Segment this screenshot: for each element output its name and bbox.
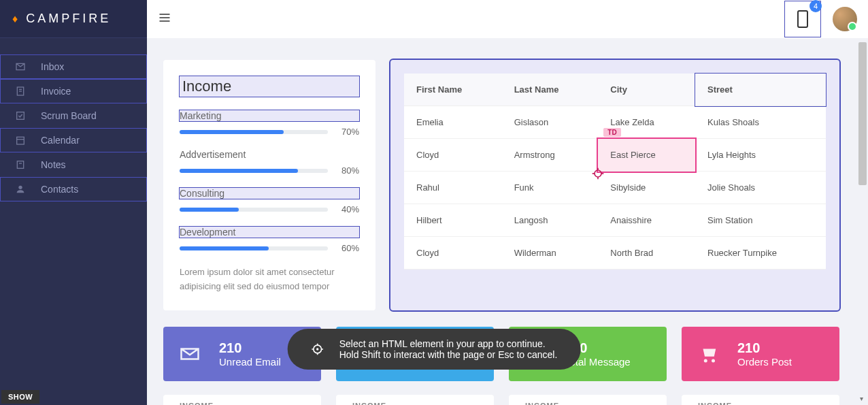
table-card: First Name Last Name City Street Emelia … — [390, 60, 839, 310]
cell: Sibylside — [598, 172, 695, 204]
svg-point-13 — [595, 170, 601, 177]
progress-pct: 40% — [336, 204, 359, 214]
income-box[interactable]: INCOME — [336, 395, 494, 405]
stat-num: 210 — [737, 340, 792, 356]
hamburger-icon — [158, 11, 171, 25]
topbar-right: 4 — [785, 1, 857, 37]
stat-label: Orders Post — [737, 356, 792, 368]
notifications[interactable]: 4 — [785, 1, 820, 37]
scrollbar[interactable] — [858, 42, 867, 185]
svg-rect-6 — [17, 161, 23, 169]
cell: Lyla Heights — [695, 139, 826, 172]
sidebar-item-inbox[interactable]: Inbox — [0, 54, 147, 79]
th-city[interactable]: City — [598, 74, 695, 106]
cell: Ruecker Turnpike — [695, 237, 826, 270]
table-row[interactable]: Cloyd Armstrong TD East Pierce Lyla Heig… — [404, 139, 826, 172]
income-desc: Lorem ipsum dolor sit amet consectetur a… — [180, 265, 359, 294]
progress-label: Development — [180, 227, 359, 238]
progress-label: Addvertisement — [180, 149, 359, 160]
flame-icon: ♦ — [12, 13, 20, 25]
progress-pct: 80% — [336, 165, 359, 176]
contacts-icon — [15, 184, 26, 195]
income-box[interactable]: INCOME — [163, 395, 321, 405]
cell: Cloyd — [404, 237, 502, 270]
nav-label: Invoice — [41, 86, 71, 97]
brand-text: CAMPFIRE — [26, 12, 111, 26]
nav-label: Contacts — [41, 184, 78, 195]
nav: Inbox Invoice Scrum Board Calendar Notes… — [0, 38, 147, 201]
stat-orders-post[interactable]: 210Orders Post — [682, 327, 839, 381]
board-icon — [15, 110, 26, 121]
cell-selected: TD East Pierce — [598, 139, 695, 172]
income-box[interactable]: INCOME — [682, 395, 839, 405]
table-row[interactable]: Cloyd Wilderman North Brad Ruecker Turnp… — [404, 237, 826, 270]
cell: Jolie Shoals — [695, 172, 826, 204]
cell: Anaisshire — [598, 204, 695, 237]
cell: Funk — [502, 172, 599, 204]
show-button[interactable]: SHOW — [1, 390, 39, 404]
progress-development: Development 60% — [180, 227, 359, 253]
svg-rect-3 — [17, 112, 24, 120]
inspector-pointer-icon — [591, 167, 605, 180]
svg-point-8 — [18, 186, 22, 189]
topbar: 4 — [147, 0, 868, 38]
progress-pct: 70% — [336, 127, 359, 137]
sidebar-item-notes[interactable]: Notes — [0, 152, 147, 177]
nav-label: Scrum Board — [41, 110, 97, 121]
progress-consulting: Consulting 40% — [180, 188, 359, 214]
cell: Armstrong — [502, 139, 599, 172]
notif-badge: 4 — [809, 0, 822, 12]
cell: Sim Station — [695, 204, 826, 237]
cell: Rahul — [404, 172, 502, 204]
cell: Emelia — [404, 106, 502, 139]
svg-point-21 — [712, 359, 715, 362]
cell: Kulas Shoals — [695, 106, 826, 139]
stat-num: 210 — [219, 340, 281, 356]
avatar[interactable] — [833, 7, 857, 31]
td-badge: TD — [603, 128, 620, 137]
income-box[interactable]: INCOME — [509, 395, 667, 405]
envelope-icon — [180, 344, 200, 364]
inspector-line1: Select an HTML element in your app to co… — [339, 338, 558, 349]
table-row[interactable]: Hilbert Langosh Anaisshire Sim Station — [404, 204, 826, 237]
sidebar-item-scrum[interactable]: Scrum Board — [0, 103, 147, 128]
progress-label: Marketing — [180, 110, 359, 121]
svg-point-20 — [704, 359, 707, 362]
progress-pct: 60% — [336, 243, 359, 253]
inspector-line2: Hold Shift to interact with the page or … — [339, 349, 558, 360]
svg-rect-4 — [17, 137, 24, 144]
income-card: Income Marketing 70% Addvertisement 80% … — [163, 60, 375, 310]
progress-label: Consulting — [180, 188, 359, 199]
cell: Cloyd — [404, 139, 502, 172]
menu-toggle[interactable] — [158, 11, 171, 27]
table-row[interactable]: Rahul Funk Sibylside Jolie Shoals — [404, 172, 826, 204]
scroll-down-icon[interactable]: ▾ — [856, 393, 867, 404]
mail-icon — [15, 61, 26, 72]
nav-label: Inbox — [41, 61, 64, 72]
target-icon — [311, 342, 324, 356]
notes-icon — [15, 159, 26, 170]
invoice-icon — [15, 86, 26, 97]
svg-point-23 — [317, 349, 318, 350]
svg-rect-12 — [798, 11, 807, 27]
device-icon — [796, 10, 809, 29]
th-firstname[interactable]: First Name — [404, 74, 502, 106]
inspector-toolbar: Select an HTML element in your app to co… — [288, 329, 581, 370]
income-row: INCOME INCOME INCOME INCOME — [163, 395, 839, 405]
sidebar-item-contacts[interactable]: Contacts — [0, 177, 147, 201]
nav-label: Calendar — [41, 135, 80, 146]
nav-label: Notes — [41, 159, 66, 170]
progress-marketing: Marketing 70% — [180, 110, 359, 137]
progress-advertisement: Addvertisement 80% — [180, 149, 359, 176]
cell: North Brad — [598, 237, 695, 270]
income-title: Income — [180, 76, 359, 97]
calendar-icon — [15, 135, 26, 146]
sidebar-item-calendar[interactable]: Calendar — [0, 128, 147, 152]
sidebar-item-invoice[interactable]: Invoice — [0, 79, 147, 103]
cell: Wilderman — [502, 237, 599, 270]
cell: Langosh — [502, 204, 599, 237]
brand: ♦ CAMPFIRE — [0, 0, 147, 38]
th-street[interactable]: Street — [695, 74, 826, 106]
stat-label: Unread Email — [219, 356, 281, 368]
th-lastname[interactable]: Last Name — [502, 74, 599, 106]
